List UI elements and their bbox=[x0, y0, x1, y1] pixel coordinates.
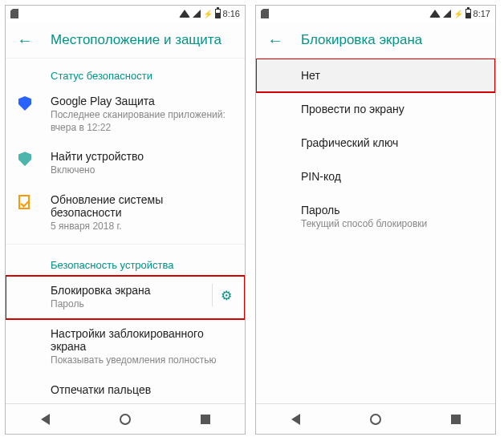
option-label: Нет bbox=[301, 69, 482, 82]
wifi-icon bbox=[429, 10, 441, 18]
clock: 8:16 bbox=[223, 9, 240, 18]
status-bar: ⚡ 8:16 bbox=[6, 6, 245, 22]
battery-icon bbox=[215, 9, 221, 18]
row-fingerprint[interactable]: Отпечатки пальцев bbox=[6, 375, 245, 403]
row-subtitle: Показывать уведомления полностью bbox=[51, 354, 232, 367]
section-header-security-status: Статус безопасности bbox=[6, 59, 245, 87]
section-header-device-security: Безопасность устройства bbox=[6, 248, 245, 276]
shield-icon bbox=[18, 152, 31, 166]
divider bbox=[6, 244, 245, 245]
content: Статус безопасности Google Play Защита П… bbox=[6, 59, 245, 403]
row-subtitle: Последнее сканирование приложений: вчера… bbox=[51, 109, 232, 134]
battery-charging-icon: ⚡ bbox=[203, 10, 213, 18]
nav-home-icon[interactable] bbox=[120, 414, 131, 425]
sim-icon bbox=[261, 9, 269, 18]
nav-recents-icon[interactable] bbox=[201, 415, 210, 424]
app-bar: ← Местоположение и защита bbox=[6, 22, 245, 59]
signal-icon bbox=[193, 10, 201, 18]
nav-bar bbox=[6, 403, 245, 434]
option-subtitle: Текущий способ блокировки bbox=[301, 218, 482, 229]
option-password[interactable]: Пароль Текущий способ блокировки bbox=[256, 193, 495, 240]
option-label: Провести по экрану bbox=[301, 103, 482, 115]
row-subtitle: Пароль bbox=[51, 298, 205, 311]
nav-back-icon[interactable] bbox=[291, 414, 300, 425]
row-security-update[interactable]: Обновление системы безопасности 5 января… bbox=[6, 185, 245, 241]
row-find-device[interactable]: Найти устройство Включено bbox=[6, 142, 245, 185]
row-subtitle: Включено bbox=[51, 164, 232, 177]
battery-charging-icon: ⚡ bbox=[453, 10, 463, 18]
page-title: Блокировка экрана bbox=[301, 32, 422, 48]
nav-bar bbox=[256, 403, 495, 434]
option-pin[interactable]: PIN-код bbox=[256, 160, 495, 193]
gear-icon[interactable]: ⚙ bbox=[221, 288, 232, 303]
battery-icon bbox=[465, 9, 471, 18]
option-pattern[interactable]: Графический ключ bbox=[256, 126, 495, 160]
nav-home-icon[interactable] bbox=[370, 414, 381, 425]
option-label: Пароль bbox=[301, 204, 482, 216]
option-swipe[interactable]: Провести по экрану bbox=[256, 92, 495, 126]
row-title: Обновление системы безопасности bbox=[51, 193, 232, 219]
row-title: Отпечатки пальцев bbox=[51, 383, 232, 396]
row-title: Google Play Защита bbox=[51, 95, 232, 107]
back-icon[interactable]: ← bbox=[267, 32, 283, 48]
row-title: Настройки заблокированного экрана bbox=[51, 327, 232, 353]
back-icon[interactable]: ← bbox=[17, 32, 33, 48]
option-none[interactable]: Нет bbox=[256, 59, 495, 92]
clock: 8:17 bbox=[474, 9, 490, 18]
app-bar: ← Блокировка экрана bbox=[256, 22, 495, 59]
row-screen-lock[interactable]: Блокировка экрана Пароль ⚙ bbox=[6, 276, 245, 319]
wifi-icon bbox=[179, 10, 190, 18]
row-lock-screen-prefs[interactable]: Настройки заблокированного экрана Показы… bbox=[6, 319, 245, 375]
row-play-protect[interactable]: Google Play Защита Последнее сканировани… bbox=[6, 87, 245, 142]
status-bar: ⚡ 8:17 bbox=[256, 6, 495, 22]
nav-back-icon[interactable] bbox=[41, 414, 50, 425]
option-label: Графический ключ bbox=[301, 136, 482, 149]
nav-recents-icon[interactable] bbox=[451, 415, 461, 424]
separator bbox=[212, 284, 213, 306]
row-subtitle: 5 января 2018 г. bbox=[51, 220, 232, 233]
sim-icon bbox=[10, 9, 18, 18]
row-title: Блокировка экрана bbox=[51, 284, 205, 297]
update-icon bbox=[18, 195, 30, 209]
row-title: Найти устройство bbox=[51, 150, 232, 163]
phone-left: ⚡ 8:16 ← Местоположение и защита Статус … bbox=[5, 5, 246, 435]
page-title: Местоположение и защита bbox=[51, 32, 222, 48]
option-label: PIN-код bbox=[301, 170, 482, 183]
signal-icon bbox=[443, 10, 451, 18]
shield-icon bbox=[18, 96, 31, 111]
phone-right: ⚡ 8:17 ← Блокировка экрана Нет Провести … bbox=[255, 5, 496, 435]
content: Нет Провести по экрану Графический ключ … bbox=[256, 59, 495, 403]
